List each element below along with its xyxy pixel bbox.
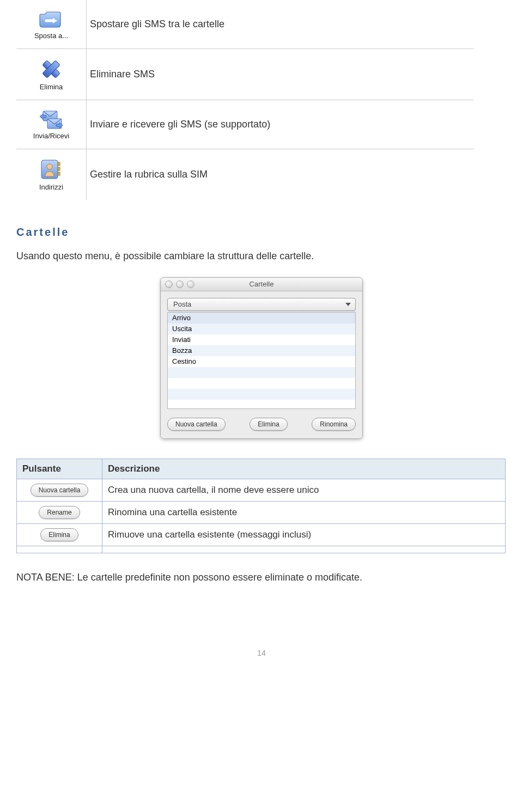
table-row: Nuova cartella Crea una nuova cartella, … <box>17 479 506 502</box>
cartelle-window: Cartelle Posta Arrivo Uscita Inviati Boz… <box>160 277 363 439</box>
list-item[interactable]: Arrivo <box>168 313 355 323</box>
toolbar-description-table: Sposta a... Spostare gli SMS tra le cart… <box>16 0 474 200</box>
desc-cell: Rimuove una cartella esistente (messaggi… <box>102 524 506 546</box>
close-icon[interactable] <box>165 280 173 288</box>
toolbar-btn-move[interactable]: Sposta a... <box>20 8 83 41</box>
toolbar-btn-addresses[interactable]: Indirizzi <box>20 157 83 192</box>
zoom-icon[interactable] <box>187 280 194 288</box>
page-number: 14 <box>0 649 523 657</box>
toolbar-btn-label: Invia/Ricevi <box>33 132 69 140</box>
table-header-button: Pulsante <box>17 459 102 479</box>
toolbar-btn-send-receive[interactable]: Invia/Ricevi <box>20 108 83 141</box>
btn-rename[interactable]: Rename <box>39 506 80 519</box>
toolbar-desc: Gestire la rubrica sulla SIM <box>87 149 475 200</box>
new-folder-button[interactable]: Nuova cartella <box>167 418 226 431</box>
window-title: Cartelle <box>250 280 274 288</box>
desc-cell: Crea una nuova cartella, il nome deve es… <box>102 479 506 502</box>
delete-folder-button[interactable]: Elimina <box>250 418 287 431</box>
button-description-table: Pulsante Descrizione Nuova cartella Crea… <box>16 459 506 553</box>
toolbar-desc: Inviare e ricevere gli SMS (se supportat… <box>87 100 475 149</box>
list-item[interactable]: Cestino <box>168 356 355 367</box>
list-item[interactable]: Inviati <box>168 334 355 345</box>
table-header-desc: Descrizione <box>102 459 506 479</box>
list-item[interactable]: Uscita <box>168 323 355 334</box>
svg-rect-6 <box>58 167 60 170</box>
btn-elimina[interactable]: Elimina <box>40 528 78 541</box>
toolbar-desc: Eliminare SMS <box>87 49 475 100</box>
nota-bene: NOTA BENE: Le cartelle predefinite non p… <box>16 572 523 583</box>
svg-rect-7 <box>58 172 60 175</box>
address-book-icon <box>39 158 63 181</box>
svg-rect-5 <box>58 162 60 166</box>
mailbox-dropdown[interactable]: Posta <box>167 298 356 311</box>
table-row: Rename Rinomina una cartella esistente <box>17 502 506 524</box>
minimize-icon[interactable] <box>176 280 184 288</box>
toolbar-btn-label: Indirizzi <box>39 183 63 191</box>
folder-listbox[interactable]: Arrivo Uscita Inviati Bozza Cestino <box>167 312 356 409</box>
toolbar-desc: Spostare gli SMS tra le cartelle <box>87 0 475 49</box>
toolbar-btn-label: Elimina <box>40 83 63 91</box>
toolbar-btn-label: Sposta a... <box>34 32 68 40</box>
window-titlebar: Cartelle <box>161 278 362 291</box>
table-row: Elimina Rimuove una cartella esistente (… <box>17 524 506 546</box>
list-item[interactable]: Bozza <box>168 345 355 356</box>
btn-nuova-cartella[interactable]: Nuova cartella <box>31 484 89 497</box>
rename-folder-button[interactable]: Rinomina <box>312 418 356 431</box>
section-heading-cartelle: Cartelle <box>16 226 523 239</box>
delete-x-icon <box>40 58 63 81</box>
svg-point-8 <box>47 164 52 169</box>
folder-move-icon <box>39 9 64 29</box>
send-receive-icon <box>39 109 64 130</box>
section-text: Usando questo menu, è possibile cambiare… <box>16 251 523 262</box>
toolbar-btn-delete[interactable]: Elimina <box>20 57 83 92</box>
desc-cell: Rinomina una cartella esistente <box>102 502 506 524</box>
